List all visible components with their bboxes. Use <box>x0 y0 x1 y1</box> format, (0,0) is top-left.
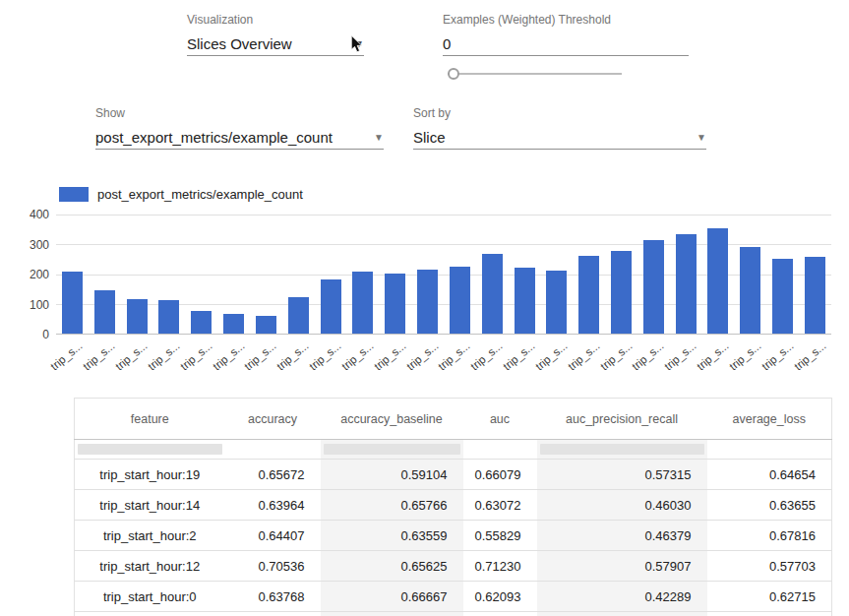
column-header-auc_precision_recall[interactable]: auc_precision_recall <box>537 399 707 440</box>
bar[interactable] <box>158 300 179 334</box>
bar[interactable] <box>546 271 567 334</box>
x-tick-label: trip_s... <box>533 339 570 372</box>
x-tick-label: trip_s... <box>211 339 247 372</box>
bar-slot <box>573 215 605 334</box>
table-row: trip_start_hour:230.660160.648440.583370… <box>75 612 832 616</box>
threshold-control: Examples (Weighted) Threshold 0 <box>443 12 689 56</box>
bar[interactable] <box>417 270 438 334</box>
bar-slot <box>152 215 185 334</box>
column-header-accuracy_baseline[interactable]: accuracy_baseline <box>321 399 463 440</box>
table-row: trip_start_hour:140.639640.657660.630720… <box>75 490 832 521</box>
visualization-select[interactable]: Slices Overview ▼ <box>187 32 364 56</box>
threshold-slider[interactable] <box>448 73 622 75</box>
x-tick-label: trip_s... <box>113 339 150 372</box>
metric-cell: 0.66016 <box>225 612 321 616</box>
bar[interactable] <box>352 272 373 334</box>
bar[interactable] <box>707 228 728 334</box>
bar-slot <box>56 215 89 334</box>
filter-input[interactable] <box>540 444 704 455</box>
metric-cell: 0.64844 <box>321 612 463 616</box>
bar[interactable] <box>515 268 535 334</box>
mouse-cursor-icon <box>350 34 363 54</box>
x-tick-label: trip_s... <box>759 339 796 372</box>
feature-cell: trip_start_hour:0 <box>75 582 225 612</box>
x-tick-label: trip_s... <box>178 339 214 372</box>
column-header-feature[interactable]: feature <box>75 399 225 440</box>
bar[interactable] <box>643 240 664 334</box>
chevron-down-icon: ▼ <box>374 132 384 143</box>
show-value: post_export_metrics/example_count <box>95 129 333 146</box>
bar[interactable] <box>288 297 309 334</box>
bar-slot <box>282 215 315 334</box>
bar[interactable] <box>127 299 148 334</box>
bar[interactable] <box>772 259 793 334</box>
x-tick-label: trip_s... <box>372 339 408 372</box>
x-tick-label: trip_s... <box>243 339 279 372</box>
threshold-label: Examples (Weighted) Threshold <box>443 12 689 28</box>
threshold-value: 0 <box>443 35 451 52</box>
metric-cell: 0.57907 <box>537 551 707 582</box>
metric-cell: 0.44173 <box>537 612 707 616</box>
bar[interactable] <box>385 274 405 334</box>
column-header-average_loss[interactable]: average_loss <box>707 399 832 440</box>
slider-thumb-icon[interactable] <box>448 68 459 80</box>
y-tick-label: 0 <box>16 328 49 341</box>
filter-row <box>75 440 832 460</box>
bar-slot <box>379 215 411 334</box>
column-header-auc[interactable]: auc <box>463 399 537 440</box>
metric-cell: 0.65766 <box>321 490 463 521</box>
bar[interactable] <box>805 257 825 334</box>
filter-cell <box>463 440 537 460</box>
bar-slot <box>734 215 766 334</box>
bar-slot <box>766 215 799 334</box>
x-tick-label: trip_s... <box>727 339 763 372</box>
visualization-label: Visualization <box>187 12 364 28</box>
bar[interactable] <box>223 314 244 334</box>
bar[interactable] <box>94 290 115 334</box>
x-tick-label: trip_s... <box>437 339 473 372</box>
metric-cell: 0.58337 <box>463 612 537 616</box>
show-control: Show post_export_metrics/example_count ▼ <box>95 105 384 150</box>
chevron-down-icon: ▼ <box>697 132 706 143</box>
metric-cell: 0.66667 <box>321 582 463 612</box>
table-row: trip_start_hour:00.637680.666670.620930.… <box>75 582 832 612</box>
x-tick-label: trip_s... <box>339 339 376 372</box>
metric-cell: 0.55829 <box>463 521 537 551</box>
bar[interactable] <box>676 234 697 334</box>
x-axis-line <box>56 334 831 335</box>
bar[interactable] <box>450 267 470 334</box>
bar-slot <box>185 215 217 334</box>
bar[interactable] <box>611 251 632 334</box>
column-header-accuracy[interactable]: accuracy <box>225 399 321 440</box>
sort-by-value: Slice <box>413 129 446 146</box>
sort-by-select[interactable]: Slice ▼ <box>413 126 706 150</box>
bar-chart: 4003002001000 trip_s...trip_s...trip_s..… <box>56 215 831 335</box>
table-row: trip_start_hour:20.644070.635590.558290.… <box>75 521 832 551</box>
visualization-control: Visualization Slices Overview ▼ <box>187 12 364 56</box>
filter-input[interactable] <box>324 444 460 455</box>
metric-cell: 0.46030 <box>537 490 707 521</box>
metrics-table: featureaccuracyaccuracy_baselineaucauc_p… <box>74 398 832 616</box>
metric-cell: 0.63072 <box>463 490 537 521</box>
bar[interactable] <box>256 316 276 334</box>
filter-input[interactable] <box>78 444 222 455</box>
table-header: featureaccuracyaccuracy_baselineaucauc_p… <box>75 399 832 460</box>
table-row: trip_start_hour:120.705360.656250.712300… <box>75 551 832 582</box>
bar[interactable] <box>191 311 212 334</box>
metric-cell: 0.71230 <box>463 551 537 582</box>
metric-cell: 0.65625 <box>321 551 463 582</box>
show-select[interactable]: post_export_metrics/example_count ▼ <box>95 126 384 150</box>
bar-slot <box>540 215 573 334</box>
metric-cell: 0.63655 <box>707 490 832 521</box>
metric-cell: 0.67816 <box>707 521 832 551</box>
bar[interactable] <box>740 247 760 334</box>
bar[interactable] <box>321 279 341 334</box>
bar[interactable] <box>482 254 503 334</box>
bar[interactable] <box>578 256 599 334</box>
bar-slot <box>346 215 379 334</box>
bar-slot <box>315 215 347 334</box>
threshold-input[interactable]: 0 <box>443 32 689 56</box>
bar[interactable] <box>62 272 83 334</box>
metric-cell: 0.65142 <box>707 612 832 616</box>
filter-cell <box>707 440 832 460</box>
